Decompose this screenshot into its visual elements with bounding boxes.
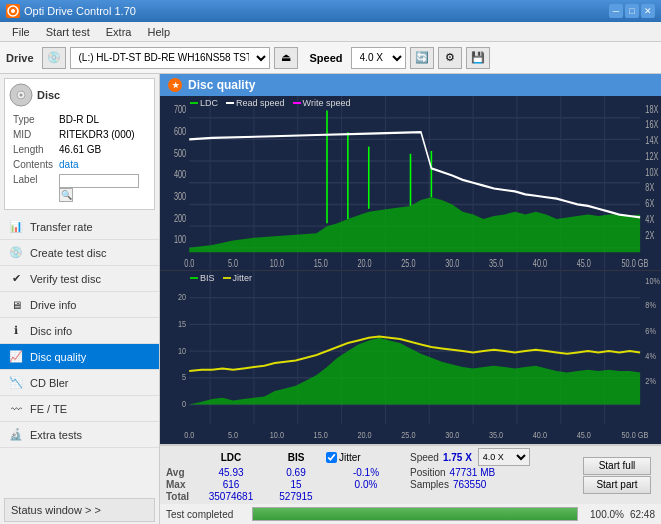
svg-text:30.0: 30.0 [445,428,459,439]
nav-verify-test-disc[interactable]: ✔ Verify test disc [0,266,159,292]
svg-point-4 [20,94,23,97]
svg-text:40.0: 40.0 [533,428,547,439]
svg-text:100: 100 [174,234,186,245]
progress-bar [252,507,578,521]
svg-text:35.0: 35.0 [489,428,503,439]
drive-icon-btn[interactable]: 💿 [42,47,66,69]
speed-info-label: Speed [410,452,439,463]
quality-title: Disc quality [188,78,255,92]
label-field-label: Label [11,173,55,203]
settings-button[interactable]: ⚙ [438,47,462,69]
svg-text:20.0: 20.0 [357,428,371,439]
total-bis-val: 527915 [266,491,326,502]
nav-disc-info[interactable]: ℹ Disc info [0,318,159,344]
start-buttons: Start full Start part [583,457,651,494]
length-value: 46.61 GB [57,143,148,156]
svg-text:16X: 16X [645,119,658,130]
svg-text:500: 500 [174,148,186,159]
svg-text:700: 700 [174,104,186,115]
mid-value: RITEKDR3 (000) [57,128,148,141]
progress-section: Test completed 100.0% 62:48 [160,504,661,524]
nav-items: 📊 Transfer rate 💿 Create test disc ✔ Ver… [0,214,159,496]
minimize-button[interactable]: ─ [609,4,623,18]
svg-text:2X: 2X [645,230,654,241]
speed-select[interactable]: 4.0 X [351,47,406,69]
position-label: Position [410,467,446,478]
svg-text:400: 400 [174,169,186,180]
main-content: Disc TypeBD-R DL MIDRITEKDR3 (000) Lengt… [0,74,661,524]
svg-text:5.0: 5.0 [228,257,238,268]
svg-text:8%: 8% [645,299,656,310]
nav-fe-te[interactable]: 〰 FE / TE [0,396,159,422]
start-part-button[interactable]: Start part [583,476,651,494]
status-window-button[interactable]: Status window > > [4,498,155,522]
disc-quality-icon: 📈 [8,349,24,365]
avg-ldc-val: 45.93 [196,467,266,478]
transfer-rate-icon: 📊 [8,219,24,235]
title-bar: Opti Drive Control 1.70 ─ □ ✕ [0,0,661,22]
type-label: Type [11,113,55,126]
disc-panel-header: Disc [9,83,150,107]
max-jitter-val: 0.0% [326,479,406,490]
legend-jitter: Jitter [223,273,253,283]
jitter-checkbox[interactable] [326,452,337,463]
contents-value[interactable]: data [57,158,148,171]
label-input[interactable] [59,174,139,188]
svg-text:600: 600 [174,126,186,137]
svg-text:6%: 6% [645,324,656,335]
charts-area: LDC Read speed Write speed [160,96,661,444]
svg-text:4X: 4X [645,214,654,225]
svg-text:15.0: 15.0 [314,428,328,439]
chart-legend-top: LDC Read speed Write speed [190,98,350,108]
nav-disc-quality[interactable]: 📈 Disc quality [0,344,159,370]
drive-label: Drive [6,52,34,64]
refresh-button[interactable]: 🔄 [410,47,434,69]
type-value: BD-R DL [57,113,148,126]
svg-text:5: 5 [182,371,186,382]
nav-cd-bler[interactable]: 📉 CD Bler [0,370,159,396]
close-button[interactable]: ✕ [641,4,655,18]
total-ldc-val: 35074681 [196,491,266,502]
speed-dropdown[interactable]: 4.0 X [478,448,530,466]
svg-text:10X: 10X [645,166,658,177]
nav-drive-info[interactable]: 🖥 Drive info [0,292,159,318]
svg-text:6X: 6X [645,198,654,209]
speed-info-value: 1.75 X [443,452,472,463]
save-button[interactable]: 💾 [466,47,490,69]
position-val: 47731 MB [450,467,496,478]
svg-text:45.0: 45.0 [577,257,591,268]
jitter-checkbox-label[interactable]: Jitter [326,452,406,463]
ldc-chart-svg: 700 600 500 400 300 200 100 18X 16X 14X … [160,96,661,270]
menu-extra[interactable]: Extra [98,24,140,40]
start-full-button[interactable]: Start full [583,457,651,475]
menu-file[interactable]: File [4,24,38,40]
svg-text:0.0: 0.0 [184,257,194,268]
svg-text:15.0: 15.0 [314,257,328,268]
bis-chart-svg: 20 15 10 5 0 10% 8% 6% 4% 2% 0.0 5.0 10.… [160,271,661,445]
fe-te-icon: 〰 [8,401,24,417]
svg-text:18X: 18X [645,104,658,115]
drive-select[interactable]: (L:) HL-DT-ST BD-RE WH16NS58 TST4 [70,47,270,69]
eject-button[interactable]: ⏏ [274,47,298,69]
svg-text:15: 15 [178,318,186,329]
menu-start-test[interactable]: Start test [38,24,98,40]
svg-text:25.0: 25.0 [401,428,415,439]
label-icon-btn[interactable]: 🔍 [59,188,73,202]
total-label: Total [166,491,196,502]
legend-ldc: LDC [190,98,218,108]
toolbar: Drive 💿 (L:) HL-DT-ST BD-RE WH16NS58 TST… [0,42,661,74]
nav-create-test-disc[interactable]: 💿 Create test disc [0,240,159,266]
extra-tests-icon: 🔬 [8,427,24,443]
nav-transfer-rate[interactable]: 📊 Transfer rate [0,214,159,240]
svg-text:0: 0 [182,398,186,409]
length-label: Length [11,143,55,156]
maximize-button[interactable]: □ [625,4,639,18]
svg-point-1 [11,9,15,13]
menu-help[interactable]: Help [139,24,178,40]
nav-extra-tests[interactable]: 🔬 Extra tests [0,422,159,448]
svg-text:200: 200 [174,213,186,224]
samples-label: Samples [410,479,449,490]
svg-text:45.0: 45.0 [577,428,591,439]
window-controls: ─ □ ✕ [609,4,655,18]
legend-read-speed: Read speed [226,98,285,108]
